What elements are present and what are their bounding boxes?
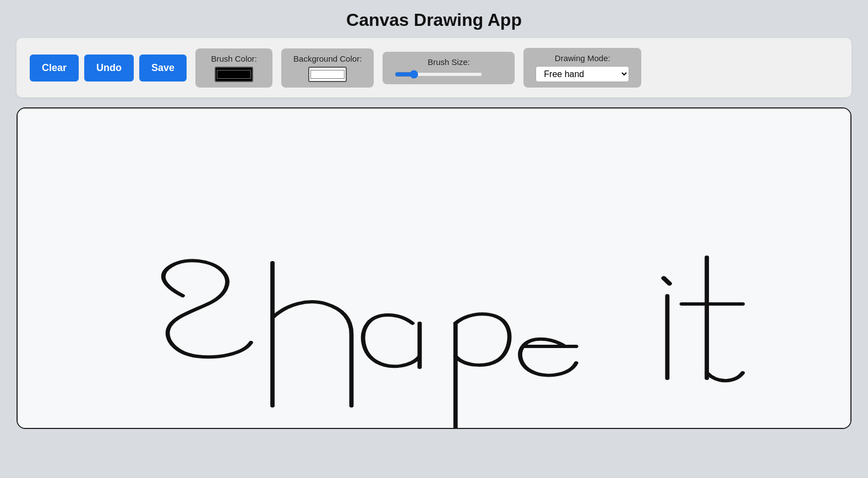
undo-button[interactable]: Undo	[84, 55, 134, 82]
toolbar: Clear Undo Save Brush Color: Background …	[17, 38, 851, 97]
brush-slider-row	[395, 70, 503, 79]
drawing-mode-label: Drawing Mode:	[555, 53, 610, 63]
brush-size-slider[interactable]	[395, 70, 483, 79]
action-buttons: Clear Undo Save	[30, 55, 187, 82]
drawing-mode-section: Drawing Mode: Free hand Line Rectangle C…	[523, 48, 641, 88]
brush-color-section: Brush Color:	[195, 48, 272, 88]
bg-color-label: Background Color:	[293, 54, 362, 63]
drawing-mode-select[interactable]: Free hand Line Rectangle Circle Ellipse …	[536, 66, 629, 82]
brush-size-label: Brush Size:	[428, 57, 470, 67]
brush-size-section: Brush Size:	[383, 52, 515, 84]
brush-color-label: Brush Color:	[211, 54, 256, 63]
page-title: Canvas Drawing App	[0, 0, 868, 38]
bg-color-section: Background Color:	[281, 48, 374, 88]
clear-button[interactable]: Clear	[30, 55, 79, 82]
canvas-wrapper[interactable]	[17, 107, 851, 429]
save-button[interactable]: Save	[139, 55, 187, 82]
bg-color-picker[interactable]	[308, 67, 347, 82]
drawing-svg	[18, 108, 850, 428]
canvas-area[interactable]	[18, 108, 850, 428]
brush-color-picker[interactable]	[215, 67, 253, 82]
